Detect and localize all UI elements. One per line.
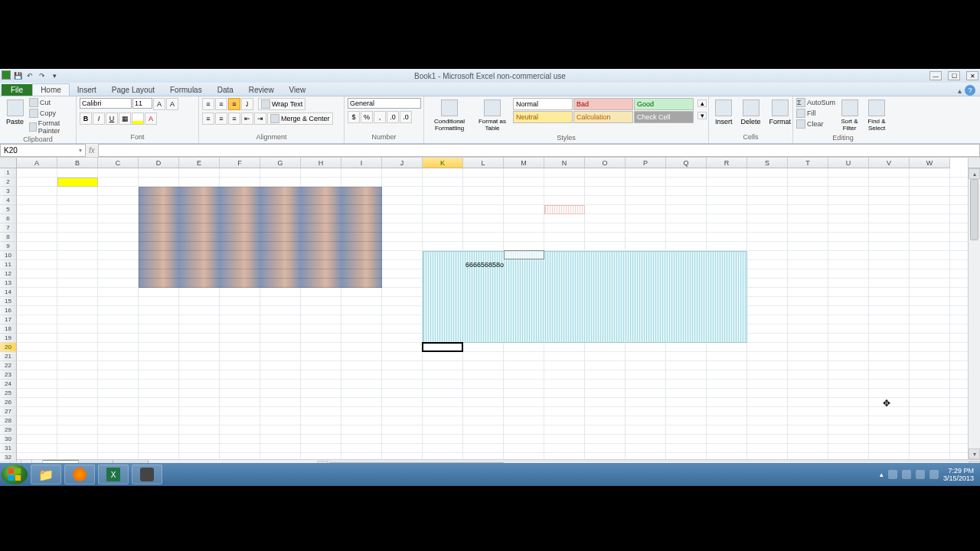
copy-button[interactable]: Copy bbox=[29, 109, 73, 118]
row-header-28[interactable]: 28 bbox=[0, 416, 17, 425]
style-check-cell[interactable]: Check Cell bbox=[634, 111, 694, 123]
col-header-S[interactable]: S bbox=[747, 158, 788, 168]
data-tab[interactable]: Data bbox=[210, 84, 241, 96]
bold-button[interactable]: B bbox=[80, 112, 92, 125]
name-box[interactable]: K20▾ bbox=[0, 144, 86, 157]
merge-button[interactable]: Merge & Center bbox=[267, 112, 333, 125]
maximize-button[interactable]: ☐ bbox=[948, 71, 960, 80]
align-middle-button[interactable]: ≡ bbox=[215, 98, 227, 110]
col-header-H[interactable]: H bbox=[301, 158, 341, 168]
row-header-30[interactable]: 30 bbox=[0, 435, 17, 444]
row-headers[interactable]: 1234567891011121314151617181920212223242… bbox=[0, 168, 17, 459]
align-top-button[interactable]: ≡ bbox=[202, 98, 214, 110]
row-header-29[interactable]: 29 bbox=[0, 425, 17, 435]
border-button[interactable]: ▦ bbox=[119, 112, 131, 125]
shrink-font-button[interactable]: A bbox=[166, 98, 178, 110]
col-header-F[interactable]: F bbox=[220, 158, 260, 168]
number-format-select[interactable] bbox=[348, 98, 421, 109]
grow-font-button[interactable]: A bbox=[153, 98, 165, 110]
fill-button[interactable]: Fill bbox=[796, 109, 835, 118]
review-tab[interactable]: Review bbox=[241, 84, 282, 96]
style-neutral[interactable]: Neutral bbox=[513, 111, 573, 123]
select-all-corner[interactable] bbox=[0, 158, 17, 168]
windows-taskbar[interactable]: 📁 X ▴ 7:29 PM 3/15/2013 bbox=[0, 463, 980, 486]
align-right-button[interactable]: ≡ bbox=[228, 112, 240, 125]
col-header-K[interactable]: K bbox=[423, 158, 463, 168]
row-header-20[interactable]: 20 bbox=[0, 343, 17, 352]
formulas-tab[interactable]: Formulas bbox=[162, 84, 210, 96]
underline-button[interactable]: U bbox=[106, 112, 118, 125]
gradient-fill-range[interactable] bbox=[139, 187, 382, 288]
comma-button[interactable]: , bbox=[374, 111, 386, 123]
row-header-12[interactable]: 12 bbox=[0, 269, 17, 279]
start-button[interactable] bbox=[2, 465, 28, 484]
format-painter-button[interactable]: Format Painter bbox=[29, 119, 73, 135]
style-normal[interactable]: Normal bbox=[513, 98, 573, 110]
row-header-24[interactable]: 24 bbox=[0, 380, 17, 389]
cut-button[interactable]: Cut bbox=[29, 98, 73, 107]
col-header-A[interactable]: A bbox=[17, 158, 57, 168]
row-header-25[interactable]: 25 bbox=[0, 389, 17, 398]
row-header-5[interactable]: 5 bbox=[0, 205, 17, 214]
row-header-18[interactable]: 18 bbox=[0, 324, 17, 334]
row-header-26[interactable]: 26 bbox=[0, 398, 17, 407]
clear-button[interactable]: Clear bbox=[796, 119, 835, 129]
styles-scroll-up[interactable]: ▴ bbox=[697, 99, 707, 107]
excel-taskbar-item[interactable]: X bbox=[98, 465, 129, 484]
col-header-E[interactable]: E bbox=[179, 158, 220, 168]
autosum-button[interactable]: ΣAutoSum bbox=[796, 98, 835, 107]
font-color-button[interactable]: A bbox=[145, 112, 157, 125]
formula-input[interactable] bbox=[98, 144, 980, 157]
col-header-D[interactable]: D bbox=[139, 158, 179, 168]
row-header-11[interactable]: 11 bbox=[0, 260, 17, 269]
pink-pattern-cell[interactable] bbox=[544, 205, 585, 214]
view-tab[interactable]: View bbox=[282, 84, 314, 96]
tray-icon-2[interactable] bbox=[902, 470, 911, 479]
col-header-N[interactable]: N bbox=[544, 158, 585, 168]
close-button[interactable]: ✕ bbox=[966, 71, 978, 80]
col-header-V[interactable]: V bbox=[869, 158, 910, 168]
align-left-button[interactable]: ≡ bbox=[202, 112, 214, 125]
spreadsheet-grid[interactable]: ABCDEFGHIJKLMNOPQRSTUVW 1234567891011121… bbox=[0, 158, 980, 459]
col-header-T[interactable]: T bbox=[788, 158, 828, 168]
col-header-P[interactable]: P bbox=[626, 158, 666, 168]
row-header-16[interactable]: 16 bbox=[0, 306, 17, 315]
firefox-taskbar-item[interactable] bbox=[64, 465, 95, 484]
volume-icon[interactable] bbox=[929, 470, 939, 479]
row-header-19[interactable]: 19 bbox=[0, 334, 17, 343]
column-headers[interactable]: ABCDEFGHIJKLMNOPQRSTUVW bbox=[17, 158, 968, 168]
percent-button[interactable]: % bbox=[361, 111, 373, 123]
row-header-1[interactable]: 1 bbox=[0, 168, 17, 178]
system-tray[interactable]: ▴ 7:29 PM 3/15/2013 bbox=[880, 467, 978, 482]
row-header-31[interactable]: 31 bbox=[0, 444, 17, 453]
col-header-U[interactable]: U bbox=[828, 158, 869, 168]
insert-cells-button[interactable]: Insert bbox=[712, 98, 736, 127]
row-header-9[interactable]: 9 bbox=[0, 242, 17, 251]
paste-button[interactable]: Paste bbox=[3, 98, 27, 127]
row-header-23[interactable]: 23 bbox=[0, 370, 17, 380]
row-header-27[interactable]: 27 bbox=[0, 407, 17, 416]
style-bad[interactable]: Bad bbox=[573, 98, 633, 110]
col-header-G[interactable]: G bbox=[260, 158, 301, 168]
col-header-I[interactable]: I bbox=[341, 158, 382, 168]
row-header-2[interactable]: 2 bbox=[0, 178, 17, 187]
scroll-down-button[interactable]: ▾ bbox=[969, 448, 980, 459]
qat-undo-icon[interactable]: ↶ bbox=[24, 70, 35, 81]
orientation-button[interactable]: ⤸ bbox=[241, 98, 253, 110]
qat-save-icon[interactable]: 💾 bbox=[12, 70, 23, 81]
row-header-8[interactable]: 8 bbox=[0, 233, 17, 242]
col-header-O[interactable]: O bbox=[585, 158, 626, 168]
yellow-fill-cell[interactable] bbox=[57, 178, 98, 187]
styles-scroll-down[interactable]: ▾ bbox=[697, 112, 707, 119]
col-header-C[interactable]: C bbox=[98, 158, 139, 168]
taskbar-clock[interactable]: 7:29 PM 3/15/2013 bbox=[943, 467, 974, 482]
col-header-Q[interactable]: Q bbox=[666, 158, 707, 168]
row-header-10[interactable]: 10 bbox=[0, 251, 17, 260]
vertical-scrollbar[interactable]: ▴ ▾ bbox=[968, 168, 980, 459]
tray-icon-1[interactable] bbox=[888, 470, 897, 479]
italic-button[interactable]: I bbox=[93, 112, 105, 125]
format-as-table-button[interactable]: Format as Table bbox=[474, 98, 511, 133]
vscroll-thumb[interactable] bbox=[970, 179, 978, 240]
explorer-taskbar-item[interactable]: 📁 bbox=[31, 465, 61, 484]
row-header-21[interactable]: 21 bbox=[0, 352, 17, 361]
